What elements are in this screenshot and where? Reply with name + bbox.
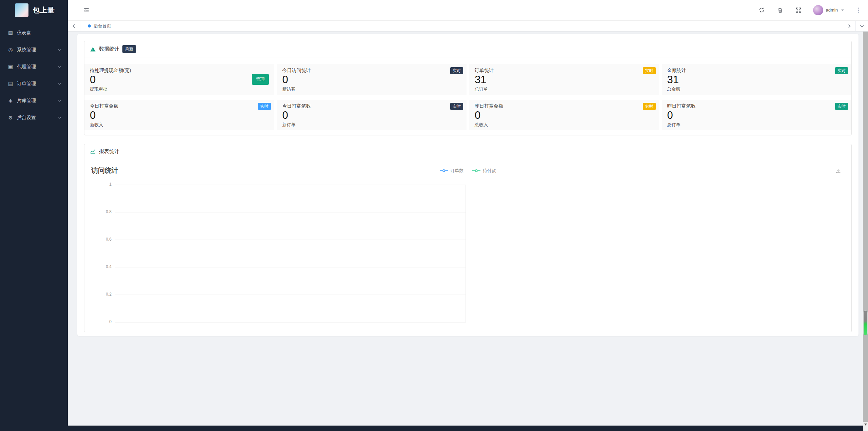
stat-card-value: 0 — [90, 109, 269, 121]
legend-item-pending[interactable]: 待付款 — [472, 168, 496, 174]
sidebar-item-order[interactable]: ▤ 订单管理 — [0, 75, 68, 92]
user-menu[interactable]: admin — [813, 5, 845, 15]
chevron-down-icon — [58, 99, 62, 103]
username: admin — [826, 7, 838, 13]
stat-card-title: 今日打赏金额 — [90, 103, 269, 109]
tab-spacer — [119, 21, 843, 31]
stat-card-value: 0 — [282, 74, 461, 86]
chevron-down-icon — [58, 82, 62, 86]
chevron-down-icon — [58, 48, 62, 52]
stats-section: 数据统计 刷新 待处理提现金额(元) 0 提现审批 管理 今日访问统计 0 新访… — [84, 41, 852, 135]
settings-icon: ⚙ — [7, 115, 14, 121]
realtime-badge: 实时 — [450, 67, 463, 74]
stat-card-sub: 提现审批 — [90, 86, 269, 92]
logo: 包上量 — [0, 0, 68, 20]
tabs-scroll-left-button[interactable] — [68, 21, 80, 31]
bottom-bar — [0, 426, 863, 431]
more-options-icon[interactable]: ⋮ — [855, 7, 861, 13]
stat-card-orders: 订单统计 31 总订单 实时 — [469, 64, 659, 95]
sidebar-item-label: 系统管理 — [17, 47, 58, 53]
stat-card-value: 31 — [475, 74, 654, 86]
sidebar-menu: ▦ 仪表盘 ◎ 系统管理 ▣ 代理管理 ▤ 订单管理 ◈ 片库管理 ⚙ 后台设置 — [0, 24, 68, 126]
manage-button[interactable]: 管理 — [252, 74, 269, 85]
collapse-sidebar-button[interactable] — [83, 6, 90, 14]
stat-card-sub: 新访客 — [282, 86, 461, 92]
scrollbar-track[interactable] — [863, 32, 868, 423]
sidebar-item-agent[interactable]: ▣ 代理管理 — [0, 58, 68, 75]
sidebar-item-library[interactable]: ◈ 片库管理 — [0, 92, 68, 109]
realtime-badge: 实时 — [835, 103, 848, 110]
tab-label: 后台首页 — [94, 23, 111, 29]
stat-card-title: 今日打赏笔数 — [282, 103, 461, 109]
sidebar-item-label: 仪表盘 — [17, 30, 62, 36]
dashboard-panel: 数据统计 刷新 待处理提现金额(元) 0 提现审批 管理 今日访问统计 0 新访… — [77, 34, 859, 336]
main-area: admin ⋮ 后台首页 数据统计 — [68, 0, 868, 426]
stat-cards: 待处理提现金额(元) 0 提现审批 管理 今日访问统计 0 新访客 实时 订单统… — [84, 57, 851, 135]
y-axis-tick: 0.4 — [84, 264, 112, 269]
report-section-title: 报表统计 — [99, 148, 119, 155]
report-section-header: 报表统计 — [84, 144, 851, 159]
stat-card-title: 昨日打赏笔数 — [667, 103, 846, 109]
gridline — [115, 185, 466, 185]
stat-card-today-visits: 今日访问统计 0 新访客 实时 — [277, 64, 467, 95]
sidebar-item-label: 片库管理 — [17, 98, 58, 104]
app-title: 包上量 — [33, 5, 55, 15]
legend-label: 待付款 — [483, 168, 496, 174]
stat-card-withdraw: 待处理提现金额(元) 0 提现审批 管理 — [84, 64, 274, 95]
stat-card-sub: 总订单 — [667, 122, 846, 128]
stat-card-sub: 新收入 — [90, 122, 269, 128]
stat-card-title: 昨日打赏金额 — [475, 103, 654, 109]
legend-marker-icon — [472, 169, 480, 172]
sidebar-item-dashboard[interactable]: ▦ 仪表盘 — [0, 24, 68, 41]
stat-card-yesterday-reward-count: 昨日打赏笔数 0 总订单 实时 — [662, 100, 852, 130]
sidebar-item-label: 代理管理 — [17, 64, 58, 70]
tabs-scroll-right-button[interactable] — [843, 21, 855, 31]
line-chart-icon — [90, 149, 96, 155]
fullscreen-icon[interactable] — [795, 6, 802, 14]
tab-home[interactable]: 后台首页 — [80, 21, 119, 31]
system-icon: ◎ — [7, 47, 14, 53]
refresh-badge[interactable]: 刷新 — [122, 45, 136, 53]
refresh-icon[interactable] — [758, 6, 766, 14]
realtime-badge: 实时 — [450, 103, 463, 110]
stat-card-value: 31 — [667, 74, 846, 86]
trash-icon[interactable] — [776, 6, 784, 14]
stat-card-sub: 新订单 — [282, 122, 461, 128]
stat-card-sub: 总订单 — [475, 86, 654, 92]
gridline-vertical — [466, 185, 466, 322]
avatar[interactable] — [813, 5, 823, 15]
stat-card-title: 订单统计 — [475, 68, 654, 74]
content-area: 数据统计 刷新 待处理提现金额(元) 0 提现审批 管理 今日访问统计 0 新访… — [68, 32, 868, 426]
agent-icon: ▣ — [7, 64, 14, 70]
visit-chart: 1 0.8 0.6 0.4 0.2 0 — [84, 175, 851, 331]
chart-header: 访问统计 订单数 待付款 — [84, 159, 851, 175]
stats-section-title: 数据统计 — [99, 46, 119, 52]
gridline — [115, 267, 466, 267]
sidebar-item-settings[interactable]: ⚙ 后台设置 — [0, 109, 68, 126]
stat-card-yesterday-reward-amount: 昨日打赏金额 0 总收入 实时 — [469, 100, 659, 130]
realtime-badge: 实时 — [643, 67, 656, 74]
stat-card-title: 待处理提现金额(元) — [90, 68, 269, 74]
gridline — [115, 212, 466, 212]
chart-legend: 订单数 待付款 — [84, 168, 851, 174]
tabs-dropdown-button[interactable] — [855, 21, 868, 31]
sidebar-item-label: 后台设置 — [17, 115, 58, 121]
active-tab-dot — [88, 24, 91, 27]
chevron-down-icon — [58, 116, 62, 120]
chart-grid — [115, 185, 466, 322]
scrollbar-down-button[interactable] — [863, 422, 868, 431]
stat-card-title: 金额统计 — [667, 68, 846, 74]
scrollbar-thumb[interactable] — [863, 311, 868, 335]
stat-card-value: 0 — [475, 109, 654, 121]
y-axis-tick: 1 — [84, 182, 112, 187]
stat-card-value: 0 — [667, 109, 846, 121]
order-icon: ▤ — [7, 81, 14, 87]
x-axis-line — [115, 322, 466, 322]
legend-item-orders[interactable]: 订单数 — [440, 168, 463, 174]
realtime-badge: 实时 — [258, 103, 271, 110]
sidebar-item-system[interactable]: ◎ 系统管理 — [0, 41, 68, 58]
realtime-badge: 实时 — [835, 67, 848, 74]
y-axis-tick: 0.6 — [84, 237, 112, 242]
stat-card-amount: 金额统计 31 总金额 实时 — [662, 64, 852, 95]
report-section: 报表统计 访问统计 订单数 待付款 — [84, 144, 852, 332]
